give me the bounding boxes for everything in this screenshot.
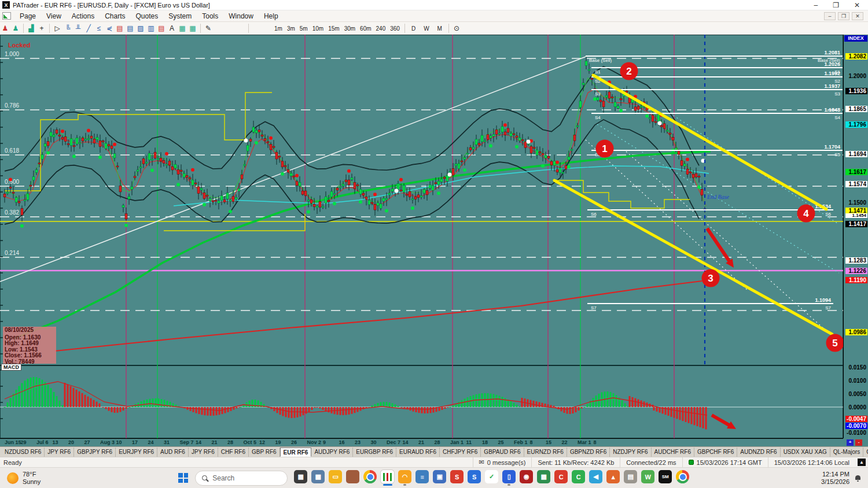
levels-tool-icon[interactable]: ▤ [156, 23, 167, 34]
taskbar-app-calculator[interactable]: ▩ [311, 470, 325, 486]
clock-icon[interactable]: ⊙ [451, 23, 462, 34]
minimize-button[interactable]: – [814, 1, 818, 9]
timeframe-5m[interactable]: 5m [297, 25, 310, 32]
price-chart-canvas[interactable]: 1.0000.7860.6180.5000.3820.2141.2081Base… [0, 35, 843, 438]
zoom-in-button[interactable]: + [847, 439, 854, 446]
tab-jpy-rf6[interactable]: JPY RF6 [189, 448, 218, 457]
taskbar-app-check-app[interactable]: ✓ [485, 470, 498, 486]
taskbar-app-c-red[interactable]: C [554, 470, 568, 486]
alert-icon[interactable]: ▲ [858, 459, 866, 466]
menu-actions[interactable]: Actions [67, 11, 100, 21]
taskbar-app-webull[interactable]: W [641, 470, 654, 486]
menu-help[interactable]: Help [259, 11, 284, 21]
crosshair-icon[interactable]: + [36, 23, 47, 34]
link-red-icon[interactable]: ♟ [0, 23, 10, 34]
timeframe-10m[interactable]: 10m [310, 25, 326, 32]
child-restore-button[interactable]: ❐ [838, 12, 849, 20]
tab-audchf-rf6[interactable]: AUDCHF RF6 [652, 448, 694, 457]
tab-ql-majors[interactable]: QL-Majors [830, 448, 864, 457]
menu-view[interactable]: View [41, 11, 67, 21]
zoom-out-button[interactable]: - [855, 439, 862, 446]
tab-chfjpy-rf6[interactable]: CHFJPY RF6 [440, 448, 481, 457]
channel-tool-icon[interactable]: ≤ [94, 23, 104, 34]
tab-gbpjpy-rf6[interactable]: GBPJPY RF6 [74, 448, 116, 457]
taskbar-app-smr[interactable]: SM [659, 470, 672, 486]
start-button[interactable] [178, 473, 188, 483]
text-tool-icon[interactable]: A [167, 23, 177, 34]
trendline-icon[interactable]: ╚ [62, 23, 73, 34]
tab-gbpaud-rf6[interactable]: GBPAUD RF6 [481, 448, 524, 457]
cursor-icon[interactable]: ▷ [52, 23, 62, 34]
timeframe-15m[interactable]: 15m [326, 25, 341, 32]
taskbar-app-chrome[interactable] [363, 470, 377, 486]
tab-jpy-rf6[interactable]: JPY RF6 [45, 448, 74, 457]
bars-tool-icon[interactable]: ▥ [146, 23, 156, 34]
close-button[interactable]: ✕ [854, 1, 860, 9]
child-minimize-button[interactable]: – [824, 12, 836, 20]
page-chart-icon[interactable] [2, 12, 11, 20]
taskbar-app-bank[interactable]: ▤ [624, 470, 637, 486]
tab-euraud-rf6[interactable]: EURAUD RF6 [396, 448, 440, 457]
taskbar-app-notes[interactable]: ≡ [415, 470, 429, 486]
tab-nzdjpy-rf6[interactable]: NZDJPY RF6 [610, 448, 651, 457]
notification-bell-icon[interactable] [855, 475, 861, 481]
child-close-button[interactable]: ✕ [852, 12, 863, 20]
taskbar-app-task-view[interactable]: ▦ [294, 470, 307, 486]
taskbar-app-word[interactable]: ▯ [502, 470, 516, 486]
tab-eur-rf6[interactable]: EUR RF6 [280, 448, 312, 457]
tab-nzdusd-rf6[interactable]: NZDUSD RF6 [2, 448, 45, 457]
taskbar-app-mail[interactable]: ◠ [398, 470, 411, 486]
tab-eurgbp-rf6[interactable]: EURGBP RF6 [353, 448, 396, 457]
period-D[interactable]: D [407, 25, 420, 32]
tab-gbpchf-rf6[interactable]: GBPCHF RF6 [694, 448, 737, 457]
menu-window[interactable]: Window [223, 11, 259, 21]
taskbar-app-c-green[interactable]: C [572, 470, 585, 486]
menu-system[interactable]: System [163, 11, 197, 21]
menu-tools[interactable]: Tools [197, 11, 223, 21]
menu-charts[interactable]: Charts [100, 11, 130, 21]
chart-mode-icon[interactable]: ▟ [26, 23, 36, 34]
tab-audnzd-rf6[interactable]: AUDNZD RF6 [737, 448, 780, 457]
taskbar-app-app-clay[interactable] [346, 470, 359, 486]
rect-tool-icon[interactable]: ▤ [115, 23, 125, 34]
taskbar-app-photos[interactable]: ▣ [433, 470, 446, 486]
grid2-tool-icon[interactable]: ▦ [187, 23, 198, 34]
grid-tool-icon[interactable]: ▦ [177, 23, 187, 34]
tab-ql-exotics[interactable]: QL-Exotics [863, 448, 868, 457]
tab-aud-rf6[interactable]: AUD RF6 [157, 448, 189, 457]
taskbar-app-sheets[interactable]: ▦ [537, 470, 550, 486]
timeframe-60m[interactable]: 60m [358, 25, 373, 32]
pitchfork-tool-icon[interactable]: ⋞ [104, 23, 115, 34]
period-W[interactable]: W [420, 25, 433, 32]
tab-usdx-xau-xag[interactable]: USDX XAU XAG [781, 448, 830, 457]
menu-quotes[interactable]: Quotes [131, 11, 164, 21]
menu-page[interactable]: Page [14, 11, 41, 21]
timeframe-3m[interactable]: 3m [285, 25, 297, 32]
taskbar-app-brave[interactable]: ▲ [606, 470, 620, 486]
tab-gbp-rf6[interactable]: GBP RF6 [249, 448, 280, 457]
tab-eurnzd-rf6[interactable]: EURNZD RF6 [524, 448, 567, 457]
timeframe-360[interactable]: 360 [388, 25, 402, 32]
fib-tool-icon[interactable]: ▨ [135, 23, 146, 34]
hline-tool-icon[interactable]: ▤ [125, 23, 135, 34]
period-M[interactable]: M [433, 25, 446, 32]
taskbar-app-sticky-s[interactable]: S [450, 470, 464, 486]
taskbar-app-file-explorer[interactable]: ▭ [329, 470, 342, 486]
tab-audjpy-rf6[interactable]: AUDJPY RF6 [311, 448, 353, 457]
tab-chf-rf6[interactable]: CHF RF6 [218, 448, 249, 457]
timeframe-30m[interactable]: 30m [342, 25, 358, 32]
vline-tool-icon[interactable]: ╨ [73, 23, 83, 34]
taskbar-app-telegram[interactable]: ◀ [589, 470, 602, 486]
taskbar-app-pdf[interactable]: ◉ [520, 470, 533, 486]
taskbar-search[interactable]: Search [195, 471, 288, 486]
restore-button[interactable]: ❐ [833, 1, 839, 9]
weather-widget[interactable]: 78°F Sunny [7, 471, 41, 486]
taskbar-app-skype-s[interactable]: S [468, 470, 481, 486]
timeframe-240[interactable]: 240 [374, 25, 388, 32]
taskbar-app-chrome-2[interactable] [676, 470, 689, 486]
diagonal-tool-icon[interactable]: ╱ [83, 23, 94, 34]
tab-eurjpy-rf6[interactable]: EURJPY RF6 [116, 448, 157, 457]
timeframe-1m[interactable]: 1m [272, 25, 285, 32]
link-green-icon[interactable]: ♟ [10, 23, 21, 34]
pencil-tool-icon[interactable]: ✎ [203, 23, 214, 34]
